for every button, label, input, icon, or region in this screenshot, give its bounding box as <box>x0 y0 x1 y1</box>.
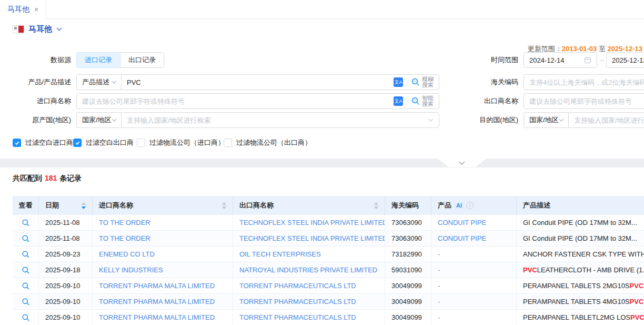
date-end-value[interactable] <box>612 56 644 64</box>
importer-link[interactable]: TO THE ORDER <box>99 219 150 226</box>
view-record-button[interactable] <box>13 310 38 325</box>
date-end-input[interactable] <box>606 52 644 68</box>
view-record-button[interactable] <box>13 231 38 246</box>
importer-cell: ENEMED CO LTD <box>93 247 233 262</box>
summary-prefix: 共匹配到 <box>13 174 42 182</box>
product-cell: CONDUIT PIPE <box>431 215 517 230</box>
importer-link[interactable]: ENEMED CO LTD <box>99 250 155 258</box>
checkbox-label: 过滤物流公司（出口商） <box>236 138 311 147</box>
exporter-input[interactable] <box>524 93 644 109</box>
checkbox-label: 过滤空白进口商 <box>25 138 73 147</box>
col-product: 产品 AI i <box>431 196 517 215</box>
filter-checkbox-1[interactable]: 过滤空白进口商 <box>13 138 73 147</box>
origin-input[interactable] <box>121 112 439 128</box>
date-start-input[interactable] <box>524 52 597 68</box>
tab-malta[interactable]: 马耳他 × <box>0 0 46 19</box>
importer-cell: TORRENT PHARMA MALTA LIMITED <box>93 278 233 293</box>
search-icon <box>22 298 30 306</box>
fuzzy-search-label: 模糊搜索 <box>422 76 434 88</box>
update-range-to: 2025-12-13 <box>608 45 643 53</box>
info-icon[interactable]: i <box>466 202 474 209</box>
malta-flag-icon <box>13 25 24 33</box>
product-field-select[interactable]: 产品描述 <box>76 74 122 90</box>
hs-code-cell: 30049099 <box>385 294 431 309</box>
export-records-button[interactable]: 出口记录 <box>120 52 164 68</box>
translate-icon[interactable]: 文A <box>394 96 403 106</box>
exporter-link[interactable]: TECHNOFLEX STEEL INDIA PRIVATE LIMITED <box>239 234 385 242</box>
product-search-value[interactable] <box>127 78 394 86</box>
view-cell <box>13 294 39 309</box>
country-selector[interactable]: 马耳他 <box>13 24 62 34</box>
product-link[interactable]: CONDUIT PIPE <box>438 219 486 226</box>
col-date[interactable]: 日期 <box>39 196 93 215</box>
view-record-button[interactable] <box>13 215 38 230</box>
checkbox-unchecked-icon[interactable] <box>224 139 232 147</box>
filter-checkbox-3[interactable]: 过滤物流公司（进口商） <box>137 138 225 147</box>
close-icon[interactable]: × <box>34 6 38 13</box>
description-cell: PVC LEATHERCLOTH - AMB DRIVE (1... <box>517 262 644 278</box>
view-cell <box>13 262 39 278</box>
checkbox-unchecked-icon[interactable] <box>137 139 145 147</box>
product-link[interactable]: CONDUIT PIPE <box>438 234 486 242</box>
filter-checkbox-2[interactable]: 过滤空白出口商 <box>73 138 134 147</box>
importer-link[interactable]: TO THE ORDER <box>99 234 150 242</box>
sort-icon[interactable] <box>217 202 226 209</box>
smart-search-button[interactable]: 智能搜索 <box>411 95 434 107</box>
tab-title: 马耳他 <box>7 5 29 14</box>
description-cell: PERAMPANEL TABLETS 4MG10S PVC... <box>517 294 644 309</box>
divider <box>407 97 407 105</box>
hs-code-input[interactable] <box>524 74 644 90</box>
exporter-value[interactable] <box>529 97 644 105</box>
view-cell <box>13 231 39 246</box>
description-text: PERAMPANEL TABLETL2MG LOS <box>523 313 630 321</box>
fuzzy-search-button[interactable]: 模糊搜索 <box>411 76 434 88</box>
importer-link[interactable]: TORRENT PHARMA MALTA LIMITED <box>99 298 215 306</box>
empty-value: - <box>438 298 440 306</box>
search-icon <box>22 250 30 259</box>
hs-code-value[interactable] <box>529 78 644 86</box>
date-start-value[interactable] <box>529 56 584 64</box>
checkbox-checked-icon[interactable] <box>73 139 82 147</box>
date-range-separator: – <box>599 52 605 68</box>
filter-checkbox-4[interactable]: 过滤物流公司（出口商） <box>224 138 311 147</box>
importer-cell: KELLY INDUSTRIES <box>93 262 233 278</box>
importer-link[interactable]: TORRENT PHARMA MALTA LIMITED <box>99 313 215 321</box>
product-cell: CONDUIT PIPE <box>431 231 517 246</box>
view-record-button[interactable] <box>13 278 38 293</box>
product-search-input[interactable]: 文A 模糊搜索 <box>121 74 439 90</box>
divider <box>407 78 407 86</box>
exporter-link[interactable]: TORRENT PHARMACEUTICALS LTD <box>239 298 356 306</box>
col-exporter[interactable]: 出口商名称 <box>233 196 385 215</box>
view-record-button[interactable] <box>13 262 38 278</box>
destination-value[interactable] <box>574 116 644 124</box>
import-records-button[interactable]: 进口记录 <box>76 52 120 68</box>
description-text: LEATHERCLOTH - AMB DRIVE (1... <box>537 266 644 274</box>
sort-icon[interactable] <box>369 202 378 209</box>
col-importer[interactable]: 进口商名称 <box>93 196 233 215</box>
translate-icon[interactable]: 文A <box>394 77 403 87</box>
chevron-down-icon <box>112 81 117 84</box>
exporter-link[interactable]: TORRENT PHARMACEUTICALS LTD <box>239 313 356 321</box>
importer-value[interactable] <box>82 97 394 105</box>
exporter-link[interactable]: TORRENT PHARMACEUTICALS LTD <box>239 282 356 290</box>
exporter-link[interactable]: TECHNOFLEX STEEL INDIA PRIVATE LIMITED <box>239 219 385 226</box>
update-range-mid: 至 <box>599 45 606 53</box>
description-highlight: PVC <box>630 282 644 290</box>
exporter-link[interactable]: NATROYAL INDUSTRIES PRIVATE LIMITED <box>239 266 377 274</box>
ai-badge: AI <box>455 201 464 210</box>
exporter-link[interactable]: OIL TECH ENTERPRISES <box>239 250 321 258</box>
importer-link[interactable]: KELLY INDUSTRIES <box>99 266 163 274</box>
importer-input[interactable]: 文A 智能搜索 <box>76 93 439 109</box>
view-record-button[interactable] <box>13 294 38 309</box>
checkbox-checked-icon[interactable] <box>13 139 21 147</box>
destination-type-select[interactable]: 国家/地区 <box>524 112 569 128</box>
origin-type-select[interactable]: 国家/地区 <box>76 112 122 128</box>
view-record-button[interactable] <box>13 247 38 262</box>
importer-link[interactable]: TORRENT PHARMA MALTA LIMITED <box>99 282 215 290</box>
product-cell: - <box>431 262 517 278</box>
importer-cell: TORRENT PHARMA MALTA LIMITED <box>93 310 233 325</box>
product-cell: - <box>431 310 517 325</box>
destination-input[interactable] <box>568 112 644 128</box>
origin-value[interactable] <box>127 116 428 124</box>
sort-icon[interactable] <box>76 202 86 209</box>
